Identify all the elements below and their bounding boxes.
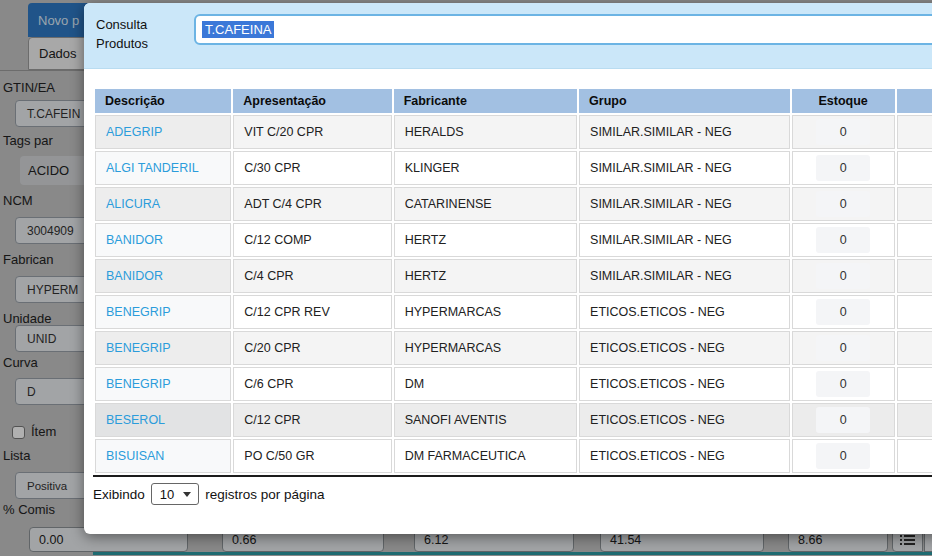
stock-badge: 0 bbox=[816, 443, 870, 469]
cell-grupo: ETICOS.ETICOS - NEG bbox=[579, 331, 789, 365]
cell-grupo: SIMILAR.SIMILAR - NEG bbox=[579, 259, 789, 293]
cell-descricao: ALGI TANDERIL bbox=[95, 151, 231, 185]
cell-descricao: BENEGRIP bbox=[95, 295, 231, 329]
products-table: Descrição Apresentação Fabricante Grupo … bbox=[93, 87, 932, 477]
cell-descricao: BANIDOR bbox=[95, 259, 231, 293]
cell-estoque: 0 bbox=[792, 295, 895, 329]
cell-grupo: ETICOS.ETICOS - NEG bbox=[579, 439, 789, 473]
stock-badge: 0 bbox=[816, 119, 870, 145]
cell-extra bbox=[897, 367, 932, 401]
table-row: ALGI TANDERILC/30 CPRKLINGERSIMILAR.SIMI… bbox=[95, 151, 932, 185]
cell-grupo: ETICOS.ETICOS - NEG bbox=[579, 403, 789, 437]
cell-fabricante: DM FARMACEUTICA bbox=[394, 439, 577, 473]
cell-grupo: SIMILAR.SIMILAR - NEG bbox=[579, 151, 789, 185]
product-search-input[interactable]: T.CAFEINA bbox=[194, 14, 932, 45]
consulta-produtos-modal: Consulta Produtos T.CAFEINA Descrição Ap… bbox=[84, 3, 932, 534]
cell-estoque: 0 bbox=[792, 331, 895, 365]
cell-grupo: ETICOS.ETICOS - NEG bbox=[579, 295, 789, 329]
product-link[interactable]: BENEGRIP bbox=[106, 377, 171, 391]
cell-estoque: 0 bbox=[792, 187, 895, 221]
cell-apresentacao: C/30 CPR bbox=[233, 151, 391, 185]
cell-fabricante: HERTZ bbox=[394, 259, 577, 293]
cell-fabricante: HYPERMARCAS bbox=[394, 295, 577, 329]
cell-estoque: 0 bbox=[792, 259, 895, 293]
product-link[interactable]: ALICURA bbox=[106, 197, 160, 211]
cell-fabricante: HERALDS bbox=[394, 115, 577, 149]
cell-apresentacao: C/12 CPR REV bbox=[233, 295, 391, 329]
stock-badge: 0 bbox=[816, 155, 870, 181]
table-row: BESEROLC/12 CPRSANOFI AVENTISETICOS.ETIC… bbox=[95, 403, 932, 437]
modal-header: Consulta Produtos T.CAFEINA bbox=[84, 3, 932, 69]
cell-grupo: SIMILAR.SIMILAR - NEG bbox=[579, 115, 789, 149]
cell-fabricante: HYPERMARCAS bbox=[394, 331, 577, 365]
modal-title: Consulta Produtos bbox=[96, 16, 170, 54]
cell-descricao: ALICURA bbox=[95, 187, 231, 221]
cell-apresentacao: PO C/50 GR bbox=[233, 439, 391, 473]
cell-extra bbox=[897, 115, 932, 149]
cell-descricao: BISUISAN bbox=[95, 439, 231, 473]
column-header-fabricante[interactable]: Fabricante bbox=[394, 89, 577, 113]
cell-descricao: ADEGRIP bbox=[95, 115, 231, 149]
column-header-descricao[interactable]: Descrição bbox=[95, 89, 231, 113]
stock-badge: 0 bbox=[816, 191, 870, 217]
search-input-selected-text: T.CAFEINA bbox=[202, 21, 274, 38]
product-link[interactable]: BANIDOR bbox=[106, 269, 163, 283]
pagination-prefix: Exibindo bbox=[93, 487, 145, 502]
table-row: BENEGRIPC/20 CPRHYPERMARCASETICOS.ETICOS… bbox=[95, 331, 932, 365]
product-link[interactable]: BISUISAN bbox=[106, 449, 164, 463]
stock-badge: 0 bbox=[816, 263, 870, 289]
product-link[interactable]: BANIDOR bbox=[106, 233, 163, 247]
stock-badge: 0 bbox=[816, 407, 870, 433]
column-header-grupo[interactable]: Grupo bbox=[579, 89, 789, 113]
page-size-select[interactable]: 10 bbox=[151, 483, 199, 505]
cell-extra bbox=[897, 295, 932, 329]
product-link[interactable]: ALGI TANDERIL bbox=[106, 161, 199, 175]
cell-estoque: 0 bbox=[792, 151, 895, 185]
table-row: BENEGRIPC/12 CPR REVHYPERMARCASETICOS.ET… bbox=[95, 295, 932, 329]
column-header-apresentacao[interactable]: Apresentação bbox=[233, 89, 391, 113]
cell-fabricante: KLINGER bbox=[394, 151, 577, 185]
cell-fabricante: DM bbox=[394, 367, 577, 401]
cell-estoque: 0 bbox=[792, 403, 895, 437]
cell-extra bbox=[897, 151, 932, 185]
cell-extra bbox=[897, 403, 932, 437]
stock-badge: 0 bbox=[816, 299, 870, 325]
table-row: BENEGRIPC/6 CPRDMETICOS.ETICOS - NEG0 bbox=[95, 367, 932, 401]
product-link[interactable]: ADEGRIP bbox=[106, 125, 162, 139]
cell-grupo: ETICOS.ETICOS - NEG bbox=[579, 367, 789, 401]
product-link[interactable]: BENEGRIP bbox=[106, 341, 171, 355]
cell-descricao: BENEGRIP bbox=[95, 367, 231, 401]
cell-descricao: BENEGRIP bbox=[95, 331, 231, 365]
cell-apresentacao: C/4 CPR bbox=[233, 259, 391, 293]
cell-apresentacao: C/12 COMP bbox=[233, 223, 391, 257]
cell-extra bbox=[897, 187, 932, 221]
page-size-value: 10 bbox=[160, 487, 174, 502]
table-row: ADEGRIPVIT C/20 CPRHERALDSSIMILAR.SIMILA… bbox=[95, 115, 932, 149]
product-link[interactable]: BESEROL bbox=[106, 413, 165, 427]
table-row: ALICURAADT C/4 CPRCATARINENSESIMILAR.SIM… bbox=[95, 187, 932, 221]
table-row: BANIDORC/4 CPRHERTZSIMILAR.SIMILAR - NEG… bbox=[95, 259, 932, 293]
cell-descricao: BESEROL bbox=[95, 403, 231, 437]
cell-grupo: SIMILAR.SIMILAR - NEG bbox=[579, 187, 789, 221]
cell-extra bbox=[897, 223, 932, 257]
cell-estoque: 0 bbox=[792, 439, 895, 473]
cell-grupo: SIMILAR.SIMILAR - NEG bbox=[579, 223, 789, 257]
table-row: BANIDORC/12 COMPHERTZSIMILAR.SIMILAR - N… bbox=[95, 223, 932, 257]
product-link[interactable]: BENEGRIP bbox=[106, 305, 171, 319]
cell-extra bbox=[897, 259, 932, 293]
cell-fabricante: SANOFI AVENTIS bbox=[394, 403, 577, 437]
cell-extra bbox=[897, 331, 932, 365]
cell-estoque: 0 bbox=[792, 223, 895, 257]
app: Novo p Dados GTIN/EA T.CAFEIN Tags par A… bbox=[0, 0, 932, 556]
column-header-extra[interactable] bbox=[897, 89, 932, 113]
cell-estoque: 0 bbox=[792, 115, 895, 149]
cell-apresentacao: C/6 CPR bbox=[233, 367, 391, 401]
stock-badge: 0 bbox=[816, 227, 870, 253]
chevron-down-icon bbox=[183, 492, 191, 497]
cell-descricao: BANIDOR bbox=[95, 223, 231, 257]
stock-badge: 0 bbox=[816, 335, 870, 361]
column-header-estoque[interactable]: Estoque bbox=[792, 89, 895, 113]
table-row: BISUISANPO C/50 GRDM FARMACEUTICAETICOS.… bbox=[95, 439, 932, 473]
pagination-suffix: registros por página bbox=[205, 487, 324, 502]
cell-estoque: 0 bbox=[792, 367, 895, 401]
